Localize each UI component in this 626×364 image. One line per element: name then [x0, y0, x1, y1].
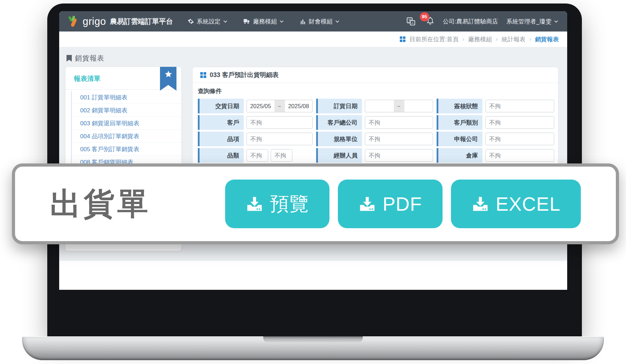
range-tilde: ~	[274, 100, 285, 112]
field-customer-category: 客戶類別	[437, 115, 554, 130]
page-title-text: 銷貨報表	[75, 54, 104, 63]
field-spec-unit: 規格單位	[316, 132, 433, 146]
field-label: 客戶總公司	[316, 115, 362, 130]
app-screen: grigo 農易訂雲端訂單平台 系統設定	[59, 11, 567, 290]
user-menu[interactable]: 系統管理者_瓊雯	[507, 18, 558, 26]
brand-name: grigo	[83, 16, 106, 27]
download-icon	[471, 195, 489, 213]
field-label: 客戶	[198, 115, 244, 130]
field-customer-hq: 客戶總公司	[316, 115, 433, 130]
menu-system-settings[interactable]: 系統設定	[188, 18, 227, 26]
laptop-base	[22, 336, 604, 360]
grid-icon	[200, 72, 206, 78]
preview-button[interactable]: 預覽	[225, 180, 329, 228]
grid-icon	[400, 36, 405, 42]
button-label: 預覽	[270, 191, 309, 217]
breadcrumb-item-factory[interactable]: 廠務模組	[468, 35, 492, 43]
approval-status-input[interactable]	[485, 100, 554, 112]
report-list: 001 訂貨單明細表 002 銷貨單明細表 003 銷貨退回單明細表 004 品…	[71, 91, 181, 169]
chevron-down-icon	[223, 20, 227, 23]
notification-badge: 95	[420, 12, 429, 21]
field-label: 品項	[198, 132, 244, 146]
report-header: 033 客戶預計出貨明細表	[193, 67, 558, 83]
chevron-down-icon	[280, 20, 284, 23]
button-label: PDF	[383, 193, 422, 215]
top-navbar: grigo 農易訂雲端訂單平台 系統設定	[59, 11, 567, 31]
field-approval-status: 簽核狀態	[437, 99, 554, 113]
carrot-logo-icon	[67, 15, 79, 28]
banner-buttons: 預覽 PDF	[225, 180, 581, 228]
report-item-004[interactable]: 004 品項別訂單銷貨表	[72, 130, 181, 143]
field-item: 品項	[198, 132, 313, 146]
field-declare-company: 申報公司	[437, 132, 554, 146]
report-title: 033 客戶預計出貨明細表	[210, 71, 279, 79]
chevron-down-icon	[335, 20, 339, 23]
translate-icon[interactable]: 文 A	[406, 17, 416, 26]
customer-hq-input[interactable]	[365, 116, 433, 129]
field-label: 簽核狀態	[437, 99, 482, 113]
field-category: 品類	[198, 148, 313, 163]
field-label: 經辦人員	[316, 148, 362, 163]
download-icon	[358, 195, 376, 213]
field-label: 交貨日期	[198, 99, 244, 113]
delivery-date-to-input[interactable]	[285, 100, 313, 112]
field-label: 規格單位	[316, 132, 362, 146]
notification-bell[interactable]: 95	[426, 16, 434, 27]
customer-input[interactable]	[246, 116, 313, 129]
order-date-to-input[interactable]	[404, 100, 433, 112]
brand-logo[interactable]: grigo 農易訂雲端訂單平台	[67, 15, 173, 28]
field-warehouse: 倉庫	[437, 148, 554, 163]
breadcrumb: 目前所在位置:首頁 › 廠務模組 › 統計報表 › 銷貨報表	[59, 31, 567, 47]
item-input[interactable]	[246, 133, 313, 145]
gear-icon	[188, 18, 194, 24]
range-tilde: ~	[394, 100, 404, 112]
company-label: 公司:農易訂體驗商店	[443, 18, 498, 26]
excel-button[interactable]: EXCEL	[451, 180, 581, 228]
field-order-date: 訂貨日期 ~	[316, 99, 433, 113]
delivery-date-from-input[interactable]	[246, 100, 274, 112]
bookmark-icon	[67, 55, 72, 62]
breadcrumb-item-sales-report[interactable]: 銷貨報表	[535, 35, 559, 43]
customer-category-input[interactable]	[485, 116, 554, 129]
breadcrumb-item-statistics[interactable]: 統計報表	[502, 35, 526, 43]
field-delivery-date: 交貨日期 ~	[198, 99, 313, 113]
field-customer: 客戶	[198, 115, 313, 130]
field-handler: 經辦人員	[316, 148, 433, 163]
banner-title: 出貨單	[50, 183, 151, 225]
field-label: 倉庫	[437, 148, 482, 163]
menu-finance-module[interactable]: 財會模組	[300, 18, 339, 26]
button-label: EXCEL	[496, 193, 561, 215]
field-label: 客戶類別	[437, 115, 482, 130]
pdf-button[interactable]: PDF	[338, 180, 443, 228]
breadcrumb-separator: ›	[462, 36, 464, 42]
navbar-right: 文 A 95 公司:農易訂體驗商店 系統管理者_瓊雯	[406, 16, 558, 27]
bar-chart-icon	[300, 18, 306, 24]
truck-icon	[243, 18, 250, 24]
shipping-banner: 出貨單 預覽	[12, 163, 619, 244]
order-date-from-input[interactable]	[365, 100, 394, 112]
field-label: 品類	[198, 148, 244, 163]
breadcrumb-separator: ›	[496, 36, 498, 42]
report-item-001[interactable]: 001 訂貨單明細表	[72, 91, 181, 104]
field-label: 申報公司	[437, 132, 482, 146]
report-item-005[interactable]: 005 客戶別訂單銷貨表	[72, 143, 181, 156]
breadcrumb-location: 目前所在位置:首頁	[409, 35, 459, 43]
user-label: 系統管理者_瓊雯	[507, 18, 551, 26]
category-input-2[interactable]	[271, 149, 292, 162]
warehouse-input[interactable]	[485, 149, 554, 162]
field-label: 訂貨日期	[316, 99, 362, 113]
report-item-003[interactable]: 003 銷貨退回單明細表	[72, 117, 181, 130]
page-title: 銷貨報表	[67, 54, 104, 63]
laptop-mockup: grigo 農易訂雲端訂單平台 系統設定	[0, 0, 626, 364]
svg-text:A: A	[411, 21, 414, 25]
report-item-002[interactable]: 002 銷貨單明細表	[72, 104, 181, 117]
declare-company-input[interactable]	[485, 133, 554, 145]
handler-input[interactable]	[365, 149, 433, 162]
laptop-base-notch	[263, 336, 363, 343]
category-input-1[interactable]	[246, 149, 268, 162]
menu-label: 廠務模組	[253, 18, 277, 26]
spec-unit-input[interactable]	[365, 133, 433, 145]
menu-label: 財會模組	[309, 18, 333, 26]
page-bottom-strip	[59, 261, 567, 290]
menu-factory-module[interactable]: 廠務模組	[243, 18, 284, 26]
